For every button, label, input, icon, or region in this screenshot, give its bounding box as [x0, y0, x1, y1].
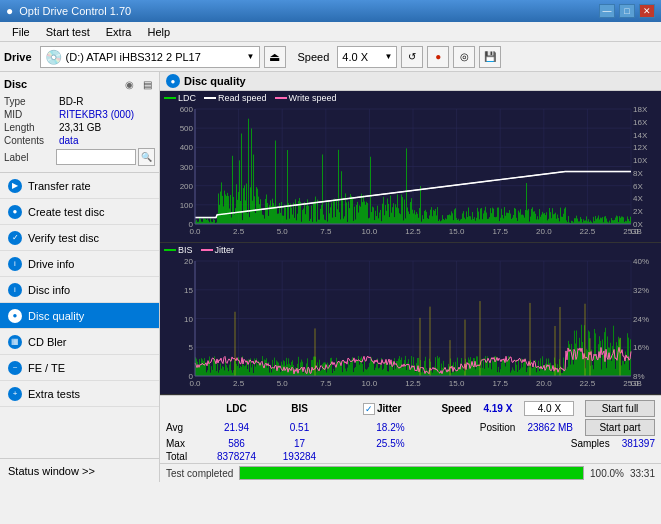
max-label: Max — [166, 438, 201, 449]
speed-display: 4.19 X — [483, 403, 512, 414]
menu-file[interactable]: File — [4, 24, 38, 40]
nav-disc-quality[interactable]: ● Disc quality — [0, 303, 159, 329]
charts-container: LDC Read speed Write speed — [160, 91, 661, 395]
nav-icon-cd-bler: ▦ — [8, 335, 22, 349]
nav-label-disc-info: Disc info — [28, 284, 70, 296]
nav-transfer-rate[interactable]: ▶ Transfer rate — [0, 173, 159, 199]
refresh-button[interactable]: ↺ — [401, 46, 423, 68]
jitter-label: Jitter — [377, 403, 401, 414]
speed-header: Speed — [441, 403, 471, 414]
burn-button[interactable]: ● — [427, 46, 449, 68]
nav-label-cd-bler: CD Bler — [28, 336, 67, 348]
elapsed-time: 33:31 — [630, 468, 655, 479]
start-part-button[interactable]: Start part — [585, 419, 655, 436]
total-label: Total — [166, 451, 201, 462]
stats-bar: LDC BIS ✓ Jitter Speed 4.19 X 4.0 X Star… — [160, 395, 661, 463]
avg-label: Avg — [166, 422, 201, 433]
nav-icon-create: ● — [8, 205, 22, 219]
speed-value: 4.0 X — [342, 51, 368, 63]
nav-label-create: Create test disc — [28, 206, 104, 218]
nav-cd-bler[interactable]: ▦ CD Bler — [0, 329, 159, 355]
nav-extra-tests[interactable]: + Extra tests — [0, 381, 159, 407]
menu-extra[interactable]: Extra — [98, 24, 140, 40]
save-button[interactable]: 💾 — [479, 46, 501, 68]
nav-label-disc-quality: Disc quality — [28, 310, 84, 322]
close-button[interactable]: ✕ — [639, 4, 655, 18]
type-label: Type — [4, 96, 59, 107]
nav-icon-drive: i — [8, 257, 22, 271]
type-row: Type BD-R — [4, 96, 155, 107]
header-ldc: LDC — [209, 403, 264, 414]
disc-icons: ◉ ▤ — [121, 76, 155, 92]
menu-help[interactable]: Help — [139, 24, 178, 40]
contents-row: Contents data — [4, 135, 155, 146]
drive-toolbar: Drive 💿 (D:) ATAPI iHBS312 2 PL17 ▼ ⏏ Sp… — [0, 42, 661, 72]
length-row: Length 23,31 GB — [4, 122, 155, 133]
window-controls: — □ ✕ — [599, 4, 655, 18]
menu-start-test[interactable]: Start test — [38, 24, 98, 40]
avg-ldc: 21.94 — [209, 422, 264, 433]
jitter-checkbox[interactable]: ✓ — [363, 403, 375, 415]
drive-value: (D:) ATAPI iHBS312 2 PL17 — [66, 51, 243, 63]
status-window-button[interactable]: Status window >> — [0, 458, 159, 482]
speed-box[interactable]: 4.0 X — [524, 401, 574, 416]
legend-jitter: Jitter — [201, 245, 235, 255]
start-full-button[interactable]: Start full — [585, 400, 655, 417]
speed-label: Speed — [298, 51, 330, 63]
status-text: Test completed — [166, 468, 233, 479]
label-input[interactable] — [56, 149, 136, 165]
progress-bar — [239, 466, 584, 480]
titlebar: ● Opti Drive Control 1.70 — □ ✕ — [0, 0, 661, 22]
nav-drive-info[interactable]: i Drive info — [0, 251, 159, 277]
contents-value: data — [59, 135, 155, 146]
speed-selector[interactable]: 4.0 X ▼ — [337, 46, 397, 68]
quality-title: Disc quality — [184, 75, 246, 87]
eject-button[interactable]: ⏏ — [264, 46, 286, 68]
drive-selector[interactable]: 💿 (D:) ATAPI iHBS312 2 PL17 ▼ — [40, 46, 260, 68]
mid-label: MID — [4, 109, 59, 120]
legend-bis: BIS — [164, 245, 193, 255]
length-value: 23,31 GB — [59, 122, 155, 133]
disc-icon-1[interactable]: ◉ — [121, 76, 137, 92]
start-buttons: Start full — [585, 400, 655, 417]
label-label: Label — [4, 152, 56, 163]
stats-max-row: Max 586 17 25.5% Samples 381397 — [166, 438, 655, 449]
nav-label-extra: Extra tests — [28, 388, 80, 400]
nav-icon-extra: + — [8, 387, 22, 401]
minimize-button[interactable]: — — [599, 4, 615, 18]
chart-legend-top: LDC Read speed Write speed — [164, 93, 336, 103]
max-ldc: 586 — [209, 438, 264, 449]
nav-label-transfer: Transfer rate — [28, 180, 91, 192]
total-bis: 193284 — [272, 451, 327, 462]
position-value: 23862 MB — [527, 422, 573, 433]
verify-button[interactable]: ◎ — [453, 46, 475, 68]
nav-create-test-disc[interactable]: ● Create test disc — [0, 199, 159, 225]
nav-icon-disc-quality: ● — [8, 309, 22, 323]
progress-fill — [240, 467, 583, 479]
nav-fe-te[interactable]: ~ FE / TE — [0, 355, 159, 381]
content-area: ● Disc quality LDC Read speed — [160, 72, 661, 482]
nav-icon-fe-te: ~ — [8, 361, 22, 375]
app-title: Opti Drive Control 1.70 — [19, 5, 131, 17]
nav-label-fe-te: FE / TE — [28, 362, 65, 374]
quality-icon: ● — [166, 74, 180, 88]
avg-bis: 0.51 — [272, 422, 327, 433]
maximize-button[interactable]: □ — [619, 4, 635, 18]
disc-icon-2[interactable]: ▤ — [139, 76, 155, 92]
max-jitter: 25.5% — [363, 438, 418, 449]
nav-icon-verify: ✓ — [8, 231, 22, 245]
legend-write-speed: Write speed — [275, 93, 337, 103]
samples-value: 381397 — [622, 438, 655, 449]
header-bis: BIS — [272, 403, 327, 414]
progress-percent: 100.0% — [590, 468, 624, 479]
jitter-checkbox-area[interactable]: ✓ Jitter — [363, 403, 401, 415]
nav-disc-info[interactable]: i Disc info — [0, 277, 159, 303]
total-ldc: 8378274 — [209, 451, 264, 462]
nav-icon-transfer: ▶ — [8, 179, 22, 193]
avg-jitter: 18.2% — [363, 422, 418, 433]
type-value: BD-R — [59, 96, 155, 107]
disc-info-panel: Disc ◉ ▤ Type BD-R MID RITEKBR3 (000) Le… — [0, 72, 159, 173]
nav-verify-test-disc[interactable]: ✓ Verify test disc — [0, 225, 159, 251]
label-search-button[interactable]: 🔍 — [138, 148, 155, 166]
chart-legend-bottom: BIS Jitter — [164, 245, 234, 255]
